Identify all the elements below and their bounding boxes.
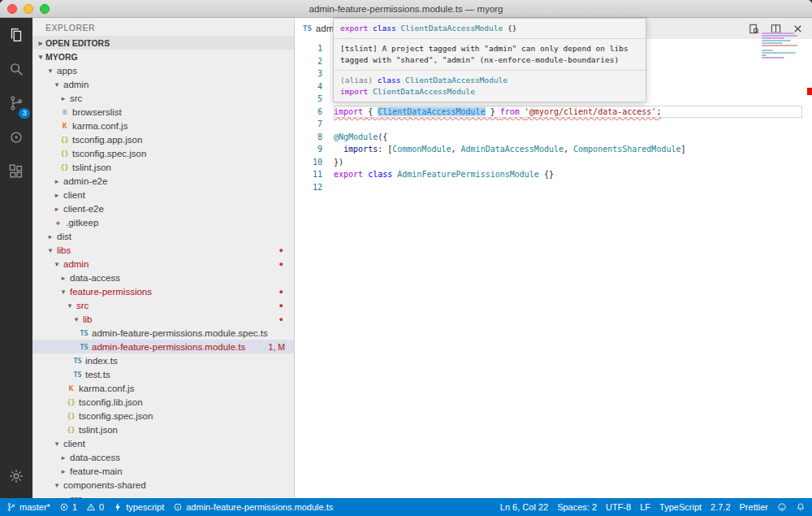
status-eol-label: LF [640, 502, 650, 512]
tree-file-tslint.json[interactable]: {}tslint.json [32, 160, 294, 174]
code-line-7[interactable]: 7 [295, 118, 812, 131]
hover-tslint-message: [tslint] A project tagged with "admin" c… [334, 38, 646, 70]
tree-folder-data-access[interactable]: ▸data-access [32, 450, 294, 464]
tree-item-label: apps [57, 66, 77, 76]
modified-dot-icon: ● [279, 301, 283, 310]
tree-file-tslint.json[interactable]: {}tslint.json [32, 423, 294, 436]
tree-item-label: karma.conf.js [72, 121, 127, 131]
activity-search-button[interactable] [0, 54, 32, 88]
line-number: 1 [295, 42, 322, 55]
ts-file-icon: TS [71, 357, 84, 365]
status-encoding-label: UTF-8 [606, 502, 631, 512]
status-language-mode[interactable]: TypeScript [659, 502, 702, 512]
code-area[interactable]: 123456import { ClientDataAccessModule } … [295, 39, 812, 498]
status-encoding[interactable]: UTF-8 [606, 502, 631, 512]
status-cursor-position[interactable]: Ln 6, Col 22 [500, 502, 548, 512]
line-number: 10 [295, 156, 322, 169]
code-line-12[interactable]: 12 [295, 181, 812, 194]
modified-dot-icon: ● [279, 246, 283, 254]
karma-file-icon: K [58, 121, 71, 130]
status-cursor-position-label: Ln 6, Col 22 [500, 502, 548, 512]
tree-file-tsconfig.app.json[interactable]: {}tsconfig.app.json [32, 132, 294, 146]
open-editors-section[interactable]: ▸ OPEN EDITORS [32, 36, 294, 50]
code-line-10[interactable]: 10}) [295, 156, 812, 169]
tree-file-karma.conf.js[interactable]: Kkarma.conf.js [32, 381, 294, 395]
tree-folder-libs[interactable]: ▾libs● [32, 243, 294, 257]
tree-folder-src[interactable]: ▸src [32, 492, 294, 498]
status-errors[interactable]: 1 [59, 502, 77, 512]
zoom-window-button[interactable] [40, 4, 50, 14]
line-number: 12 [295, 181, 322, 194]
modified-dot-icon: ● [279, 260, 283, 268]
code-line-6[interactable]: 6import { ClientDataAccessModule } from … [295, 106, 812, 119]
tree-folder-src[interactable]: ▾src● [32, 298, 294, 312]
browserslist-file-icon: ≣ [58, 107, 71, 116]
tree-folder-client[interactable]: ▸client [32, 188, 294, 202]
tree-file-browserslist[interactable]: ≣browserslist [32, 105, 294, 119]
status-tslint-status[interactable]: typescript [113, 502, 164, 512]
chevron-down-icon: ▾ [45, 67, 55, 75]
tree-file-karma.conf.js[interactable]: Kkarma.conf.js [32, 119, 294, 132]
status-indentation[interactable]: Spaces: 2 [557, 502, 597, 512]
status-errors-label: 1 [72, 502, 77, 512]
code-line-11[interactable]: 11export class AdminFeaturePermissionsMo… [295, 168, 812, 181]
code-text [334, 118, 802, 131]
ts-file-icon: TS [71, 371, 84, 379]
tree-file-tsconfig.spec.json[interactable]: {}tsconfig.spec.json [32, 146, 294, 160]
tree-folder-feature-main[interactable]: ▸feature-main [32, 464, 294, 478]
status-eol[interactable]: LF [640, 502, 650, 512]
tree-item-label: client [63, 439, 85, 449]
code-line-8[interactable]: 8@NgModule({ [295, 131, 812, 144]
minimap[interactable] [762, 33, 799, 62]
tree-file-index.ts[interactable]: TSindex.ts [32, 353, 294, 367]
tree-folder-feature-permissions[interactable]: ▾feature-permissions● [32, 284, 294, 298]
tree-file-tsconfig.spec.json[interactable]: {}tsconfig.spec.json [32, 409, 294, 423]
modified-dot-icon: ● [279, 315, 283, 323]
tree-folder-components-shared[interactable]: ▾components-shared [32, 478, 294, 492]
open-changes-icon[interactable] [748, 23, 760, 35]
tree-folder-data-access[interactable]: ▸data-access [32, 271, 294, 284]
tree-file-tsconfig.lib.json[interactable]: {}tsconfig.lib.json [32, 395, 294, 409]
minimize-window-button[interactable] [24, 4, 33, 14]
tree-folder-client[interactable]: ▾client [32, 436, 294, 450]
window-title: admin-feature-permissions.module.ts — my… [309, 4, 503, 14]
status-feedback[interactable] [777, 502, 787, 512]
status-warnings[interactable]: 0 [86, 502, 104, 512]
close-window-button[interactable] [7, 4, 17, 14]
tree-folder-lib[interactable]: ▾lib● [32, 312, 294, 326]
tree-folder-apps[interactable]: ▾apps [32, 63, 294, 77]
activity-extensions-button[interactable] [0, 156, 32, 190]
tree-file-test.ts[interactable]: TStest.ts [32, 367, 294, 381]
explorer-sidebar: EXPLORER ▸ OPEN EDITORS ▾ MYORG ▾apps▾ad… [32, 18, 294, 498]
code-line-9[interactable]: 9 imports: [CommonModule, AdminDataAcces… [295, 143, 812, 156]
tree-item-label: lib [83, 314, 93, 324]
tree-item-label: src [70, 494, 82, 499]
status-prettier[interactable]: Prettier [740, 502, 768, 512]
tree-folder-client-e2e[interactable]: ▸client-e2e [32, 202, 294, 215]
tree-file-.gitkeep[interactable]: ◈.gitkeep [32, 215, 294, 229]
tree-item-label: tsconfig.spec.json [72, 149, 146, 158]
status-prettier-label: Prettier [740, 502, 768, 512]
tree-folder-src[interactable]: ▸src [32, 91, 294, 105]
problems-badge: 1, M [269, 342, 285, 352]
activity-explorer-button[interactable] [0, 20, 32, 54]
tree-item-label: tsconfig.lib.json [79, 397, 143, 407]
status-branch[interactable]: master* [6, 502, 50, 512]
minimap-line [762, 54, 767, 56]
chevron-down-icon: ▾ [45, 246, 55, 254]
tree-file-admin-feature-permissions.module.ts[interactable]: TSadmin-feature-permissions.module.ts1, … [32, 340, 294, 353]
tree-folder-admin[interactable]: ▾admin [32, 77, 294, 91]
activity-source-control-button[interactable]: 3 [0, 88, 32, 122]
chevron-down-icon: ▾ [52, 80, 62, 89]
title-bar: admin-feature-permissions.module.ts — my… [0, 0, 812, 18]
workspace-section[interactable]: ▾ MYORG [32, 50, 294, 63]
status-active-file-problems[interactable]: admin-feature-permissions.module.ts [173, 502, 333, 512]
status-notifications[interactable] [796, 502, 806, 512]
status-ts-version[interactable]: 2.7.2 [710, 502, 730, 512]
tree-folder-dist[interactable]: ▸dist [32, 229, 294, 243]
tree-folder-admin[interactable]: ▾admin● [32, 257, 294, 271]
tree-folder-admin-e2e[interactable]: ▸admin-e2e [32, 174, 294, 188]
tree-file-admin-feature-permissions.module.spec.ts[interactable]: TSadmin-feature-permissions.module.spec.… [32, 326, 294, 340]
activity-debug-button[interactable] [0, 122, 32, 156]
activity-settings-button[interactable] [0, 461, 32, 495]
